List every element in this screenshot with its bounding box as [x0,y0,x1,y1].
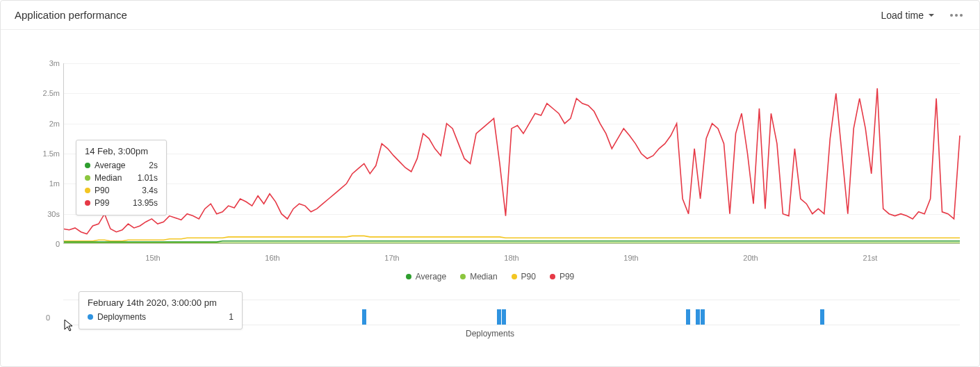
deploy-tooltip-title: February 14th 2020, 3:00:00 pm [88,297,234,308]
deployment-bar[interactable] [701,309,705,325]
legend-label: P99 [560,272,574,282]
tooltip-series-label: P99 [95,197,109,209]
chart-legend: AverageMedianP90P99 [1,272,979,282]
legend-dot-icon [406,274,411,279]
deploy-section-label: Deployments [1,329,979,339]
tooltip-dot-icon [85,188,90,193]
legend-label: Average [416,272,446,282]
y-tick: 2.5m [28,89,60,97]
y-axis: 030s1m1.5m2m2.5m3m [28,63,60,244]
legend-item[interactable]: Median [460,272,497,282]
x-tick: 16th [265,254,279,262]
y-tick: 2m [28,120,60,128]
legend-label: Median [470,272,497,282]
legend-dot-icon [512,274,517,279]
tooltip-series-value: 3.4s [142,184,158,197]
x-tick: 18th [504,254,518,262]
deploy-tooltip-value: 1 [229,311,234,323]
deployment-bar[interactable] [686,309,690,325]
tooltip-series-value: 13.95s [133,197,158,209]
chart-tooltip: 14 Feb, 3:00pm Average2sMedian1.01sP903.… [76,140,167,215]
tooltip-row: Median1.01s [85,172,158,184]
tooltip-dot-icon [85,200,90,206]
panel-header: Application performance Load time [1,1,979,30]
metric-dropdown[interactable]: Load time [881,10,935,21]
tooltip-dot-icon [85,163,90,168]
main-chart[interactable] [63,63,960,244]
y-tick: 3m [28,59,60,67]
perf-panel: Application performance Load time 030s1m… [0,0,980,367]
y-tick: 30s [28,210,60,218]
legend-label: P90 [521,272,536,282]
series-average [63,241,960,242]
deploy-y-tick: 0 [46,313,50,322]
x-axis: 15th16th17th18th19th20th21st [63,251,960,265]
deployment-bar[interactable] [696,309,700,325]
legend-dot-icon [460,274,466,279]
tooltip-row: P903.4s [85,184,158,197]
x-tick: 19th [623,254,638,262]
tooltip-title: 14 Feb, 3:00pm [85,146,158,156]
chevron-down-icon [928,10,935,21]
deploy-tooltip-label: Deployments [97,311,146,323]
y-tick: 1m [28,179,60,188]
dropdown-label: Load time [881,10,924,21]
tooltip-series-label: P90 [95,184,109,197]
deploy-tooltip: February 14th 2020, 3:00:00 pm Deploymen… [79,291,243,329]
tooltip-series-value: 2s [149,159,158,172]
legend-item[interactable]: Average [406,272,446,282]
cursor-icon [63,318,74,332]
x-tick: 17th [384,254,399,262]
series-p90 [63,236,960,240]
legend-item[interactable]: P90 [512,272,536,282]
tooltip-series-value: 1.01s [138,172,158,184]
tooltip-row: P9913.95s [85,197,158,209]
legend-dot-icon [550,274,555,279]
y-tick: 1.5m [28,149,60,158]
legend-item[interactable]: P99 [550,272,574,282]
deployment-bar[interactable] [362,309,366,325]
x-tick: 15th [145,254,160,262]
x-tick: 20th [743,254,758,262]
series-p99 [63,88,960,234]
x-tick: 21st [863,254,878,262]
deployment-bar[interactable] [497,309,501,325]
deployment-bar[interactable] [820,309,824,325]
tooltip-dot-icon [85,175,90,181]
tooltip-series-label: Average [95,159,125,172]
tooltip-series-label: Median [95,172,122,184]
y-tick: 0 [28,240,60,248]
tooltip-row: Average2s [85,159,158,172]
panel-title: Application performance [15,9,127,21]
deployment-bar[interactable] [502,309,506,325]
more-menu-button[interactable] [947,11,965,19]
